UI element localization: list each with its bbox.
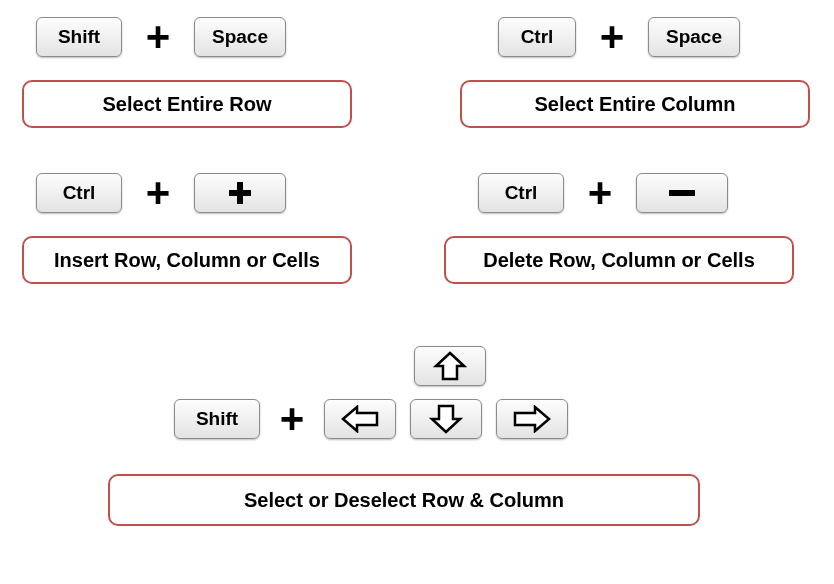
- plus-icon: +: [274, 398, 310, 440]
- arrow-left-icon: [341, 405, 379, 433]
- key-ctrl: Ctrl: [36, 173, 122, 213]
- key-arrow-up: [414, 346, 486, 386]
- key-minus: [636, 173, 728, 213]
- key-shift: Shift: [174, 399, 260, 439]
- label-select-deselect: Select or Deselect Row & Column: [108, 474, 700, 526]
- plus-symbol-icon: [227, 180, 253, 206]
- shortcut-delete-keys: Ctrl +: [478, 172, 728, 214]
- label-delete: Delete Row, Column or Cells: [444, 236, 794, 284]
- key-arrow-left: [324, 399, 396, 439]
- key-space: Space: [648, 17, 740, 57]
- label-text: Delete Row, Column or Cells: [483, 249, 755, 272]
- shortcut-select-row-keys: Shift + Space: [36, 16, 286, 58]
- key-arrow-down: [410, 399, 482, 439]
- label-select-row: Select Entire Row: [22, 80, 352, 128]
- label-text: Insert Row, Column or Cells: [54, 249, 320, 272]
- plus-icon: +: [140, 16, 176, 58]
- label-select-column: Select Entire Column: [460, 80, 810, 128]
- shortcut-select-column-keys: Ctrl + Space: [498, 16, 740, 58]
- plus-icon: +: [582, 172, 618, 214]
- arrow-right-icon: [513, 405, 551, 433]
- key-shift: Shift: [36, 17, 122, 57]
- key-ctrl: Ctrl: [498, 17, 576, 57]
- key-space: Space: [194, 17, 286, 57]
- label-insert: Insert Row, Column or Cells: [22, 236, 352, 284]
- minus-symbol-icon: [667, 180, 697, 206]
- key-plus: [194, 173, 286, 213]
- shortcut-select-deselect-keys: Shift +: [174, 398, 568, 440]
- label-text: Select or Deselect Row & Column: [244, 489, 564, 512]
- shortcut-insert-keys: Ctrl +: [36, 172, 286, 214]
- key-arrow-right: [496, 399, 568, 439]
- svg-rect-2: [669, 190, 695, 196]
- arrow-up-icon: [433, 351, 467, 381]
- svg-rect-1: [229, 190, 251, 196]
- label-text: Select Entire Row: [103, 93, 272, 116]
- plus-icon: +: [140, 172, 176, 214]
- key-ctrl: Ctrl: [478, 173, 564, 213]
- label-text: Select Entire Column: [534, 93, 735, 116]
- arrow-down-icon: [429, 404, 463, 434]
- plus-icon: +: [594, 16, 630, 58]
